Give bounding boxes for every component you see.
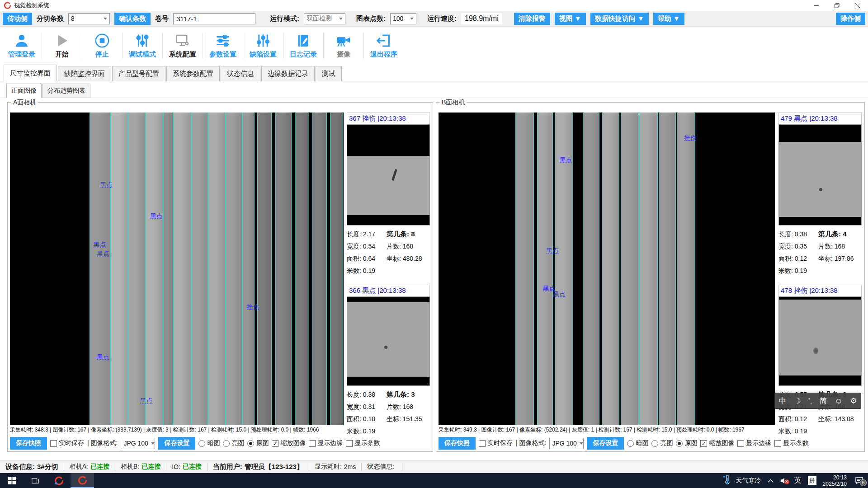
camera-a-original-image-radio[interactable]: 原图 [247,439,269,447]
camera-a-show-edge-checkbox-box[interactable] [309,440,316,447]
camera-b-show-count-checkbox-box[interactable] [774,440,781,447]
camera-b-show-edge-checkbox-box[interactable] [737,440,744,447]
camera-b-original-image-radio[interactable]: 原图 [676,439,697,447]
chart-points-value: 100 [393,15,403,22]
field-宽度: 宽度: 0.35 [778,240,818,253]
toolbar-stop-button[interactable]: 停止 [82,32,122,59]
camera-a-zoom-image-checkbox-box[interactable]: ✓ [272,440,278,447]
chart-points-select[interactable]: 100 [390,13,416,24]
camera-a-save-settings-button[interactable]: 保存设置 [158,437,195,450]
toolbar-log-button[interactable]: 日志记录 [283,32,323,59]
content-area: 正面图像分布趋势图表 A面相机 黑点黑点黑点黑点挫伤黑点黑点 367 挫伤 |2… [0,81,868,460]
subtab-1[interactable]: 正面图像 [6,84,42,98]
notification-count-badge: 6 [860,479,867,486]
icon-toolbar: 管理登录开始停止调试模式系统配置参数设置缺陷设置日志记录摄像退出程序 [0,27,868,64]
toolbar-exit-button[interactable]: 退出程序 [364,32,404,59]
field-片数: 片数: 168 [387,240,430,253]
help-menu-button[interactable]: 帮助 ▼ [653,13,684,25]
status-value: 3#分切 [37,463,58,471]
tool-label: 系统配置 [169,50,196,59]
status-label: 状态信息: [367,463,394,471]
camera-a-original-image-radio-circle[interactable] [247,440,254,447]
camera-a-snapshot-button[interactable]: 保存快照 [10,437,47,450]
camera-b-bright-image-radio[interactable]: 亮图 [651,439,673,447]
minimize-button[interactable] [806,0,826,11]
operator-side-button[interactable]: 操作侧 [836,13,865,25]
camera-a-bright-image-radio[interactable]: 亮图 [223,439,244,447]
vision-app-taskbar-icon[interactable] [71,473,94,488]
camera-a-show-count-checkbox-label: 显示条数 [354,439,380,447]
camera-a-dark-image-radio-circle[interactable] [198,440,205,447]
confirm-count-button[interactable]: 确认条数 [114,13,151,25]
tab-3[interactable]: 产品型号配置 [112,66,165,81]
start-button[interactable] [0,473,24,488]
moon-mode-icon[interactable]: ☽ [794,397,801,405]
tab-7[interactable]: 测试 [316,66,342,81]
time-text: 20:13 [833,474,847,481]
toolbar-play-button[interactable]: 开始 [42,32,82,59]
roll-number-input[interactable] [173,13,255,24]
film-strip [242,113,255,425]
drive-side-button[interactable]: 传动侧 [3,13,32,25]
camera-b-dark-image-radio[interactable]: 暗图 [627,439,648,447]
taskbar-clock[interactable]: 20:13 2025/2/10 [823,474,847,487]
camera-b-save-settings-button[interactable]: 保存设置 [587,437,624,450]
tab-4[interactable]: 系统参数配置 [166,66,220,81]
camera-b-dark-image-radio-circle[interactable] [627,440,634,447]
camera-b-original-image-radio-circle[interactable] [676,440,683,447]
clear-alarm-button[interactable]: 清除报警 [514,13,550,25]
camera-b-zoom-image-checkbox[interactable]: ✓缩放图像 [700,439,734,447]
camera-a-image-format-select[interactable]: JPG 100 [121,438,155,449]
simplified-chinese-icon[interactable]: 简 [820,397,827,405]
camera-a-bright-image-radio-circle[interactable] [223,440,230,447]
camera-b-snapshot-button[interactable]: 保存快照 [439,437,476,450]
tab-1[interactable]: 尺寸监控界面 [4,65,57,81]
weather-text[interactable]: 天气寒冷 [736,477,761,485]
camera-b-image-format-select[interactable]: JPG 100 [549,438,584,449]
tab-2[interactable]: 缺陷监控界面 [58,66,111,81]
toolbar-debug-button[interactable]: 调试模式 [123,32,162,59]
subtab-2[interactable]: 分布趋势图表 [42,84,90,98]
punctuation-icon[interactable]: ’, [808,397,812,405]
toolbar-user-button[interactable]: 管理登录 [2,32,42,59]
camera-a-realtime-save-checkbox[interactable]: 实时保存 [50,439,84,447]
camera-b-show-count-checkbox[interactable]: 显示条数 [774,439,808,447]
notification-center-icon[interactable]: 6 [855,477,863,484]
camera-a-realtime-save-checkbox-box[interactable] [50,440,57,447]
camera-a-dark-image-radio[interactable]: 暗图 [198,439,220,447]
hidden-icons-chevron[interactable] [768,477,774,485]
image-format-value: JPG 100 [123,440,148,447]
ime-mode-indicator[interactable]: 拼 [808,476,816,485]
toolbar-camera-button[interactable]: 摄像 [324,32,363,59]
maximize-button[interactable] [826,0,847,11]
camera-a-show-count-checkbox[interactable]: 显示条数 [346,439,380,447]
data-quick-access-menu-button[interactable]: 数据快捷访问 ▼ [590,13,649,25]
app-status-bar: 设备信息:3#分切相机A:已连接相机B:已连接IO:已连接当前用户:管理员【12… [0,460,868,473]
slit-count-select[interactable]: 8 [68,13,110,24]
toolbar-system-button[interactable]: 系统配置 [163,32,203,59]
toolbar-params-button[interactable]: 参数设置 [203,32,243,59]
tab-6[interactable]: 边缘数据记录 [261,66,315,81]
task-view-icon[interactable] [24,473,47,488]
run-mode-select[interactable]: 双面检测 [304,13,345,24]
pinned-app-icon[interactable] [47,473,71,488]
ime-settings-icon[interactable]: ⚙ [850,397,857,405]
camera-a-realtime-save-checkbox-label: 实时保存 [59,439,84,447]
toolbar-defect-button[interactable]: 缺陷设置 [243,32,283,59]
camera-a-show-count-checkbox-box[interactable] [346,440,353,447]
camera-a-zoom-image-checkbox[interactable]: ✓缩放图像 [272,439,306,447]
camera-b-bright-image-radio-circle[interactable] [651,440,658,447]
camera-b-zoom-image-checkbox-box[interactable]: ✓ [700,440,707,447]
view-menu-button[interactable]: 视图 ▼ [555,13,586,25]
chinese-mode-icon[interactable]: 中 [778,397,786,405]
volume-muted-icon[interactable]: ✕ [780,477,788,484]
camera-a-image: 黑点黑点黑点黑点挫伤黑点黑点 [10,113,344,425]
language-indicator[interactable]: 英 [794,476,802,485]
close-button[interactable] [847,0,868,11]
camera-a-show-edge-checkbox[interactable]: 显示边缘 [309,439,343,447]
camera-b-realtime-save-checkbox-box[interactable] [479,440,486,447]
tab-5[interactable]: 状态信息 [221,66,260,81]
camera-b-realtime-save-checkbox[interactable]: 实时保存 [479,439,513,447]
camera-b-show-edge-checkbox[interactable]: 显示边缘 [737,439,771,447]
emoji-picker-icon[interactable]: ☺ [835,397,842,405]
